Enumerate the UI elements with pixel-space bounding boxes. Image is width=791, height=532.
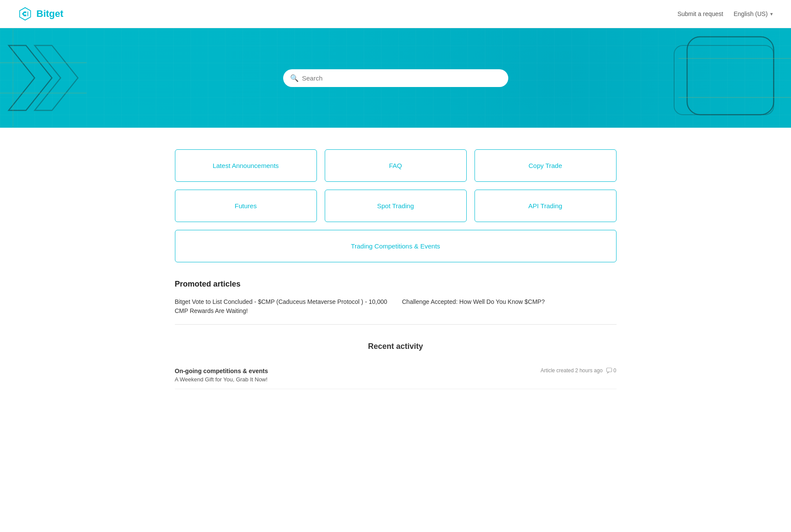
article-link-2[interactable]: Challenge Accepted: How Well Do You Know… (402, 298, 545, 305)
promoted-articles-title: Promoted articles (175, 280, 617, 289)
search-container: 🔍 (283, 69, 508, 87)
category-card-latest-announcements[interactable]: Latest Announcements (175, 149, 317, 182)
activity-meta: Article created 2 hours ago (540, 368, 602, 374)
comment-count: 0 (613, 368, 617, 374)
articles-grid: Bitget Vote to List Concluded - $CMP (Ca… (175, 297, 617, 316)
activity-left: On-going competitions & events A Weekend… (175, 368, 268, 383)
category-card-futures[interactable]: Futures (175, 190, 317, 222)
search-icon: 🔍 (290, 74, 299, 82)
promoted-articles-divider (175, 324, 617, 325)
header-right: Submit a request English (US) ▼ (678, 10, 774, 17)
hero-banner: 🔍 (0, 28, 791, 128)
comment-icon: 0 (606, 368, 617, 374)
language-label: English (US) (734, 10, 768, 17)
category-card-faq[interactable]: FAQ (325, 149, 467, 182)
svg-rect-10 (607, 368, 612, 372)
activity-right: Article created 2 hours ago 0 (540, 368, 616, 374)
search-input[interactable] (283, 69, 508, 87)
recent-activity-title: Recent activity (175, 342, 617, 351)
category-card-api-trading[interactable]: API Trading (475, 190, 617, 222)
category-card-copy-trade[interactable]: Copy Trade (475, 149, 617, 182)
recent-activity-section: Recent activity On-going competitions & … (175, 342, 617, 389)
bitget-logo-icon (17, 6, 33, 22)
activity-item-title[interactable]: On-going competitions & events (175, 368, 268, 374)
article-item-1: Bitget Vote to List Concluded - $CMP (Ca… (175, 297, 389, 316)
header: Bitget Submit a request English (US) ▼ (0, 0, 791, 28)
activity-item: On-going competitions & events A Weekend… (175, 361, 617, 389)
category-grid-row1: Latest Announcements FAQ Copy Trade (175, 149, 617, 182)
chevron-down-icon: ▼ (769, 12, 774, 16)
submit-request-link[interactable]: Submit a request (678, 10, 723, 17)
category-grid-row2: Futures Spot Trading API Trading (175, 190, 617, 222)
article-link-1[interactable]: Bitget Vote to List Concluded - $CMP (Ca… (175, 298, 387, 314)
category-card-trading-competitions[interactable]: Trading Competitions & Events (175, 230, 617, 262)
article-item-2: Challenge Accepted: How Well Do You Know… (402, 297, 617, 316)
logo-text: Bitget (36, 8, 63, 19)
comment-bubble-icon (606, 368, 612, 374)
logo-area[interactable]: Bitget (17, 6, 63, 22)
activity-item-subtitle: A Weekend Gift for You, Grab It Now! (175, 376, 268, 383)
main-content: Latest Announcements FAQ Copy Trade Futu… (166, 128, 625, 406)
language-selector[interactable]: English (US) ▼ (734, 10, 774, 17)
category-card-spot-trading[interactable]: Spot Trading (325, 190, 467, 222)
promoted-articles-section: Promoted articles Bitget Vote to List Co… (175, 280, 617, 325)
